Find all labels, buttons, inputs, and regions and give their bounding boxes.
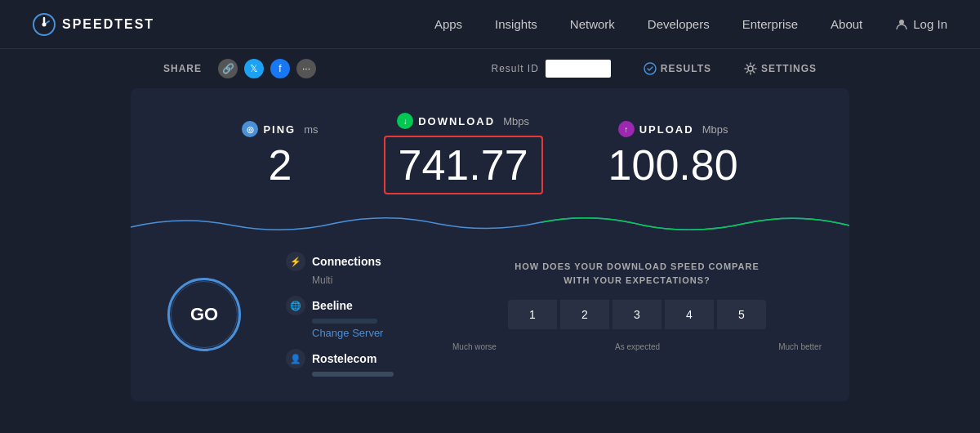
connections-item: ⚡ Connections Multi [286, 252, 416, 286]
connections-header: ⚡ Connections [286, 252, 416, 271]
nav-developers[interactable]: Developers [648, 17, 710, 31]
go-section: GO [155, 252, 253, 377]
rating-1-button[interactable]: 1 [508, 300, 557, 329]
logo[interactable]: SPEEDTEST [33, 13, 154, 36]
result-id-section: Result ID [492, 60, 611, 78]
upload-value: 100.80 [608, 144, 738, 186]
beeline-item: 🌐 Beeline Change Server [286, 296, 416, 339]
go-button[interactable]: GO [167, 278, 241, 351]
rostelecom-item: 👤 Rostelecom [286, 349, 416, 377]
settings-button[interactable]: SETTINGS [744, 62, 817, 75]
upload-item: ↑ UPLOAD Mbps 100.80 [608, 121, 738, 186]
ping-label: ◎ PING ms [242, 121, 318, 137]
ping-icon: ◎ [242, 121, 258, 137]
main-card: ◎ PING ms 2 ↓ DOWNLOAD Mbps 741.77 ↑ UPL… [131, 88, 849, 401]
rating-labels: Much worse As expected Much better [449, 342, 825, 351]
ping-unit: ms [304, 123, 318, 136]
rostelecom-header: 👤 Rostelecom [286, 349, 416, 368]
nav-network[interactable]: Network [570, 17, 615, 31]
share-link-button[interactable]: 🔗 [218, 59, 238, 78]
download-value-box: 741.77 [384, 136, 543, 194]
share-icons: 🔗 𝕏 f ··· [218, 59, 316, 78]
results-icon [644, 62, 657, 75]
download-value: 741.77 [399, 144, 528, 186]
rostelecom-label: Rostelecom [312, 352, 376, 365]
beeline-label: Beeline [312, 299, 353, 312]
speed-display: ◎ PING ms 2 ↓ DOWNLOAD Mbps 741.77 ↑ UPL… [131, 88, 849, 211]
navigation: SPEEDTEST Apps Insights Network Develope… [0, 0, 980, 49]
rating-3-button[interactable]: 3 [612, 300, 662, 329]
bottom-section: GO ⚡ Connections Multi 🌐 Beeline Change … [131, 235, 849, 401]
result-id-input[interactable] [546, 60, 611, 78]
speedtest-logo-icon [33, 13, 56, 36]
ping-value: 2 [242, 144, 318, 186]
download-icon: ↓ [397, 113, 413, 129]
download-label: ↓ DOWNLOAD Mbps [384, 113, 543, 129]
share-bar: SHARE 🔗 𝕏 f ··· Result ID RESULTS SETTIN… [0, 49, 980, 88]
rostelecom-bar [312, 372, 394, 377]
ping-item: ◎ PING ms 2 [242, 121, 318, 186]
share-facebook-button[interactable]: f [270, 59, 290, 78]
rating-4-button[interactable]: 4 [665, 300, 714, 329]
svg-point-4 [748, 66, 753, 71]
rating-2-button[interactable]: 2 [560, 300, 609, 329]
download-label-text: DOWNLOAD [418, 115, 495, 127]
share-more-button[interactable]: ··· [296, 59, 316, 78]
ping-label-text: PING [263, 123, 296, 136]
settings-label: SETTINGS [761, 63, 817, 74]
expectations-question: HOW DOES YOUR DOWNLOAD SPEED COMPAREWITH… [514, 260, 760, 287]
results-label: RESULTS [661, 63, 711, 74]
results-button[interactable]: RESULTS [644, 62, 711, 75]
share-label: SHARE [163, 63, 202, 74]
logo-text: SPEEDTEST [62, 17, 154, 32]
connections-value: Multi [312, 275, 416, 286]
rating-label-left: Much worse [452, 342, 497, 351]
user-circle-icon: 👤 [286, 349, 305, 368]
settings-icon [744, 62, 757, 75]
connections-icon: ⚡ [286, 252, 305, 271]
user-icon [895, 18, 908, 31]
wave-decoration [131, 211, 849, 235]
nav-about[interactable]: About [831, 17, 862, 31]
rating-label-right: Much better [778, 342, 822, 351]
connections-label: Connections [312, 255, 381, 268]
login-button[interactable]: Log In [895, 17, 947, 31]
globe-icon: 🌐 [286, 296, 305, 315]
nav-apps[interactable]: Apps [434, 17, 462, 31]
login-label: Log In [913, 17, 947, 31]
rating-label-mid: As expected [615, 342, 660, 351]
upload-label-text: UPLOAD [639, 123, 694, 136]
svg-point-2 [899, 20, 904, 25]
result-id-label: Result ID [492, 63, 539, 74]
svg-point-1 [42, 22, 47, 26]
rating-buttons: 1 2 3 4 5 [508, 300, 766, 329]
download-item: ↓ DOWNLOAD Mbps 741.77 [384, 113, 543, 194]
beeline-bar [312, 319, 377, 324]
expectations-section: HOW DOES YOUR DOWNLOAD SPEED COMPAREWITH… [449, 252, 825, 377]
upload-icon: ↑ [618, 121, 635, 137]
upload-label: ↑ UPLOAD Mbps [608, 121, 738, 137]
change-server-link[interactable]: Change Server [312, 327, 416, 339]
rating-5-button[interactable]: 5 [717, 300, 766, 329]
nav-enterprise[interactable]: Enterprise [742, 17, 798, 31]
share-twitter-button[interactable]: 𝕏 [244, 59, 264, 78]
server-info: ⚡ Connections Multi 🌐 Beeline Change Ser… [286, 252, 416, 377]
beeline-header: 🌐 Beeline [286, 296, 416, 315]
nav-links: Apps Insights Network Developers Enterpr… [434, 17, 862, 32]
nav-insights[interactable]: Insights [495, 17, 537, 31]
download-unit: Mbps [503, 115, 529, 127]
upload-unit: Mbps [702, 123, 728, 136]
